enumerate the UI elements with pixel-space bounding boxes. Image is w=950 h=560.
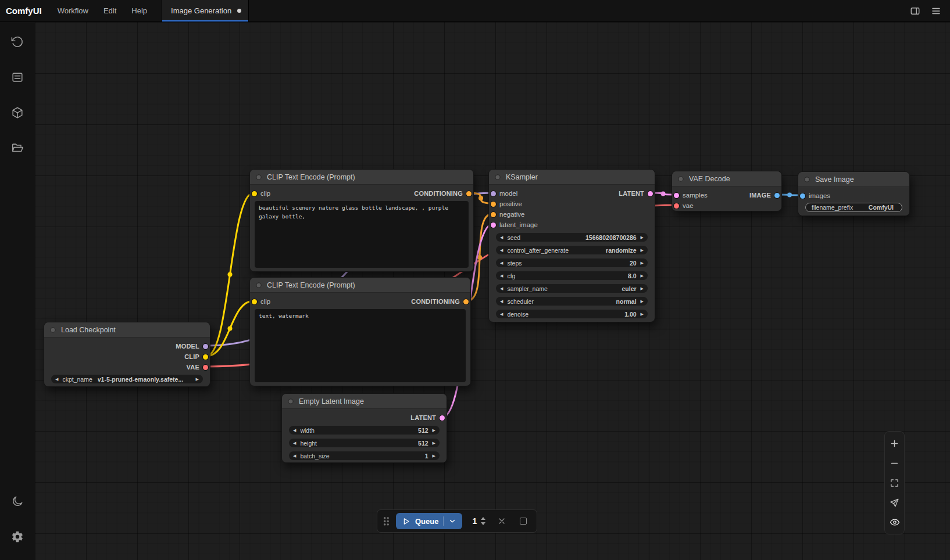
input-dot-negative[interactable] [491, 212, 496, 217]
increment-arrow-icon[interactable]: ▶ [433, 454, 435, 458]
next-value-arrow-icon[interactable]: ▶ [641, 299, 644, 303]
node-ksampler[interactable]: KSampler model LATENT positive [488, 169, 655, 322]
sidebar-item-queue[interactable] [6, 66, 29, 89]
next-value-arrow-icon[interactable]: ▶ [196, 377, 199, 381]
zoom-out-button[interactable] [886, 453, 903, 473]
widget-filename-prefix[interactable]: filename_prefix ComfyUI [805, 203, 902, 212]
widget-cfg[interactable]: ◀ cfg 8.0 ▶ [496, 271, 648, 280]
output-dot-clip[interactable] [203, 354, 208, 360]
input-dot-clip[interactable] [252, 191, 257, 196]
input-dot-images[interactable] [800, 193, 805, 199]
batch-count-input[interactable]: 1 [469, 515, 488, 527]
input-slot-images[interactable]: images [800, 192, 830, 199]
collapse-toggle[interactable] [50, 327, 56, 333]
sidebar-item-history[interactable] [6, 30, 29, 53]
node-header[interactable]: CLIP Text Encode (Prompt) [250, 170, 473, 185]
decrement-arrow-icon[interactable]: ◀ [500, 312, 503, 316]
input-dot-clip[interactable] [252, 299, 257, 304]
sidebar-item-workflows[interactable] [6, 137, 29, 160]
output-slot-vae[interactable]: VAE [187, 364, 208, 371]
input-slot-latent-image[interactable]: latent_image [491, 221, 538, 228]
node-header[interactable]: Empty Latent Image [282, 394, 447, 409]
tab-image-generation[interactable]: Image Generation [162, 0, 249, 21]
stepper-down-icon[interactable] [481, 522, 485, 525]
decrement-arrow-icon[interactable]: ◀ [500, 274, 503, 278]
sidebar-item-node-library[interactable] [6, 101, 29, 124]
next-value-arrow-icon[interactable]: ▶ [641, 286, 644, 290]
collapse-toggle[interactable] [678, 176, 684, 182]
input-slot-positive[interactable]: positive [491, 200, 522, 207]
collapse-toggle[interactable] [256, 282, 262, 288]
increment-arrow-icon[interactable]: ▶ [641, 261, 644, 265]
chevron-down-icon[interactable] [448, 517, 456, 525]
queue-button[interactable]: Queue [396, 513, 462, 529]
output-slot-conditioning[interactable]: CONDITIONING [414, 190, 472, 197]
output-slot-image[interactable]: IMAGE [749, 192, 780, 199]
widget-sampler-name[interactable]: ◀ sampler_name euler ▶ [496, 284, 648, 293]
interrupt-button[interactable] [494, 514, 509, 529]
input-dot-latent-image[interactable] [491, 222, 496, 228]
decrement-arrow-icon[interactable]: ◀ [293, 454, 296, 458]
input-slot-clip[interactable]: clip [252, 298, 270, 305]
input-dot-samples[interactable] [674, 193, 679, 198]
increment-arrow-icon[interactable]: ▶ [433, 428, 435, 432]
decrement-arrow-icon[interactable]: ◀ [500, 261, 503, 265]
menu-edit[interactable]: Edit [96, 0, 124, 21]
menu-workflow[interactable]: Workflow [50, 0, 96, 21]
output-dot-latent[interactable] [440, 415, 445, 421]
input-slot-negative[interactable]: negative [491, 211, 524, 218]
output-dot-model[interactable] [203, 344, 208, 349]
output-dot-conditioning[interactable] [463, 299, 469, 304]
node-clip-text-encode-negative[interactable]: CLIP Text Encode (Prompt) clip CONDITION… [249, 277, 471, 386]
main-menu-button[interactable] [927, 2, 945, 20]
output-slot-clip[interactable]: CLIP [184, 353, 208, 360]
pan-mode-button[interactable] [886, 493, 903, 512]
collapse-toggle[interactable] [804, 177, 810, 182]
output-slot-conditioning[interactable]: CONDITIONING [411, 298, 469, 305]
prev-value-arrow-icon[interactable]: ◀ [55, 377, 58, 381]
widget-height[interactable]: ◀ height 512 ▶ [289, 439, 440, 447]
prev-value-arrow-icon[interactable]: ◀ [500, 248, 503, 252]
input-dot-positive[interactable] [491, 202, 496, 207]
node-empty-latent-image[interactable]: Empty Latent Image LATENT ◀ width 512 ▶ … [281, 393, 447, 463]
widget-scheduler[interactable]: ◀ scheduler normal ▶ [496, 297, 648, 306]
increment-arrow-icon[interactable]: ▶ [641, 235, 644, 239]
menu-help[interactable]: Help [124, 0, 155, 21]
node-save-image[interactable]: Save Image images filename_prefix ComfyU… [798, 171, 910, 216]
widget-ckpt-name[interactable]: ◀ ckpt_name v1-5-pruned-emaonly.safete..… [51, 375, 203, 383]
prev-value-arrow-icon[interactable]: ◀ [500, 299, 503, 303]
prompt-textarea[interactable]: beautiful scenery nature glass bottle la… [255, 201, 469, 268]
output-dot-latent[interactable] [648, 191, 653, 196]
input-slot-vae[interactable]: vae [674, 202, 694, 209]
next-value-arrow-icon[interactable]: ▶ [641, 248, 644, 252]
output-dot-image[interactable] [774, 193, 780, 198]
decrement-arrow-icon[interactable]: ◀ [293, 428, 296, 432]
sidebar-item-settings[interactable] [6, 525, 29, 548]
widget-steps[interactable]: ◀ steps 20 ▶ [496, 259, 648, 267]
increment-arrow-icon[interactable]: ▶ [641, 274, 644, 278]
clear-queue-button[interactable] [516, 514, 531, 529]
node-vae-decode[interactable]: VAE Decode samples IMAGE vae [672, 171, 782, 211]
input-slot-samples[interactable]: samples [674, 192, 708, 199]
node-header[interactable]: CLIP Text Encode (Prompt) [250, 278, 470, 293]
drag-handle[interactable] [383, 516, 390, 526]
fit-view-button[interactable] [886, 473, 903, 493]
input-slot-clip[interactable]: clip [252, 190, 270, 197]
toggle-link-visibility-button[interactable] [886, 512, 903, 532]
output-dot-vae[interactable] [203, 365, 208, 370]
prev-value-arrow-icon[interactable]: ◀ [500, 286, 503, 290]
node-header[interactable]: KSampler [489, 170, 655, 185]
output-dot-conditioning[interactable] [466, 191, 472, 196]
output-slot-latent[interactable]: LATENT [410, 414, 445, 421]
sidebar-item-theme-toggle[interactable] [6, 490, 29, 513]
collapse-toggle[interactable] [495, 174, 501, 180]
node-header[interactable]: Load Checkpoint [44, 322, 210, 338]
increment-arrow-icon[interactable]: ▶ [641, 312, 644, 316]
widget-seed[interactable]: ◀ seed 156680208700286 ▶ [496, 233, 648, 242]
node-load-checkpoint[interactable]: Load Checkpoint MODEL CLIP VAE [44, 322, 210, 387]
input-dot-model[interactable] [491, 191, 496, 196]
widget-control-after-generate[interactable]: ◀ control_after_generate randomize ▶ [496, 246, 648, 254]
prompt-textarea[interactable]: text, watermark [255, 309, 466, 382]
node-header[interactable]: Save Image [798, 172, 909, 187]
collapse-toggle[interactable] [288, 399, 294, 404]
